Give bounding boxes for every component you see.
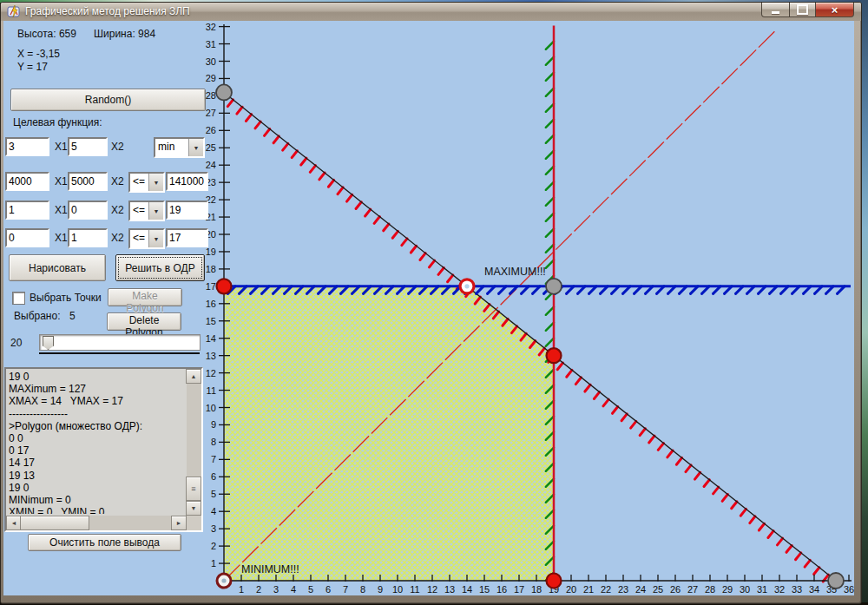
x-tick-label: 24 xyxy=(635,584,646,595)
dropdown-icon[interactable]: ▼ xyxy=(148,174,163,191)
objective-coef2-input[interactable] xyxy=(68,137,108,156)
x-tick-label: 12 xyxy=(427,584,437,595)
app-window: Графический метод решения ЗЛП × 12345678… xyxy=(0,2,862,604)
x-tick-label: 1 xyxy=(239,584,244,595)
x-tick-label: 13 xyxy=(444,584,455,595)
delete-polygon-button[interactable]: Delete Polygon xyxy=(107,312,181,331)
maximum-label: MAXIMUM!!! xyxy=(484,266,546,278)
select-points-checkbox[interactable] xyxy=(12,292,25,305)
constraint-op-select[interactable]: <=▼ xyxy=(128,172,165,193)
objective-coef1-input[interactable] xyxy=(5,137,49,156)
constraint-row: X1X2<=▼ xyxy=(5,201,207,220)
point-19-0[interactable] xyxy=(547,574,562,589)
selected-count: 5 xyxy=(69,310,76,322)
slider-thumb[interactable] xyxy=(43,336,54,350)
constraint-coef1-input[interactable] xyxy=(5,172,49,191)
scroll-down-icon[interactable]: ▼ xyxy=(186,501,201,516)
x-tick-label: 17 xyxy=(514,584,524,595)
cursor-x-label: X = -3,15 xyxy=(17,48,60,60)
y-tick-label: 28 xyxy=(206,90,216,101)
objective-mode-select[interactable]: min ▼ xyxy=(154,137,205,158)
x-tick-label: 14 xyxy=(462,584,472,595)
y-tick-label: 14 xyxy=(206,333,216,344)
scroll-up-icon[interactable]: ▲ xyxy=(186,369,201,384)
x-tick-label: 31 xyxy=(757,584,767,595)
x-tick-label: 20 xyxy=(566,584,576,595)
y-tick-label: 4 xyxy=(211,506,216,516)
constraint-op-select[interactable]: <=▼ xyxy=(128,201,165,221)
y-tick-label: 7 xyxy=(211,454,216,464)
dropdown-icon[interactable]: ▼ xyxy=(148,230,163,247)
y-tick-label: 26 xyxy=(206,125,216,135)
y-tick-label: 19 xyxy=(206,247,216,257)
x-tick-label: 4 xyxy=(291,584,296,595)
make-polygon-button[interactable]: Make Polygon xyxy=(108,288,182,306)
x2-label: X2 xyxy=(111,141,124,153)
constraint-coef2-input[interactable] xyxy=(68,172,108,191)
vertical-scroll-thumb[interactable]: ≡ xyxy=(186,477,201,501)
dropdown-icon[interactable]: ▼ xyxy=(148,202,163,220)
x-tick-label: 16 xyxy=(496,584,507,595)
constraint-op-value: <= xyxy=(133,232,145,244)
solve-in-region-button[interactable]: Решить в ОДР xyxy=(115,254,205,281)
y-tick-label: 16 xyxy=(206,299,216,309)
point-maximum-14-17-core xyxy=(464,284,469,288)
random-button[interactable]: Random() xyxy=(10,89,206,111)
window-title: Графический метод решения ЗЛП xyxy=(25,5,190,17)
constraint-rhs-input[interactable] xyxy=(166,228,208,247)
x-tick-label: 29 xyxy=(722,584,733,595)
feasible-region-hatch xyxy=(224,286,554,581)
x-tick-label: 30 xyxy=(740,584,750,595)
minimum-label: MINIMUM!!! xyxy=(241,563,299,575)
vertical-scrollbar[interactable]: ▲ ≡ ▼ xyxy=(187,369,201,516)
x-tick-label: 26 xyxy=(670,584,681,595)
draw-button[interactable]: Нарисовать xyxy=(9,254,106,281)
y-tick-label: 15 xyxy=(206,316,216,326)
slider-value-label: 20 xyxy=(10,337,22,349)
constraint-coef1-input[interactable] xyxy=(5,201,49,220)
output-log[interactable]: 19 0 MAXimum = 127 XMAX = 14 YMAX = 17 -… xyxy=(9,371,185,514)
x1-label: X1 xyxy=(55,204,68,216)
y-tick-label: 1 xyxy=(211,558,216,569)
y-tick-label: 32 xyxy=(206,22,216,32)
point-x-intercept-35[interactable] xyxy=(828,573,844,589)
y-tick-label: 29 xyxy=(206,73,216,83)
y-tick-label: 10 xyxy=(206,403,216,413)
x2-label: X2 xyxy=(111,175,124,187)
y-tick-label: 25 xyxy=(206,142,216,153)
x-tick-label: 27 xyxy=(687,584,698,595)
cursor-y-label: Y = 17 xyxy=(17,61,48,73)
y-tick-label: 27 xyxy=(206,108,216,118)
objective-mode-value: min xyxy=(158,141,174,153)
horizontal-scrollbar[interactable]: ◄ ► xyxy=(6,516,187,530)
maximize-button[interactable] xyxy=(790,3,815,17)
constraint-coef2-input[interactable] xyxy=(68,201,108,220)
constraint-row: X1X2<=▼ xyxy=(5,172,207,191)
title-bar[interactable]: Графический метод решения ЗЛП × xyxy=(1,3,861,21)
scroll-right-icon[interactable]: ► xyxy=(171,516,187,530)
y-tick-label: 11 xyxy=(207,385,216,396)
minimize-button[interactable] xyxy=(761,3,790,17)
close-button[interactable]: × xyxy=(815,3,854,17)
x-tick-label: 25 xyxy=(653,584,663,595)
constraints-list: X1X2<=▼X1X2<=▼X1X2<=▼ xyxy=(5,172,207,250)
zoom-slider[interactable] xyxy=(39,334,201,351)
point-y-intercept-28[interactable] xyxy=(216,84,232,100)
x-tick-label: 32 xyxy=(774,584,785,595)
constraint-op-select[interactable]: <=▼ xyxy=(128,228,165,249)
horizontal-scroll-thumb[interactable] xyxy=(20,516,89,530)
point-19-17[interactable] xyxy=(546,279,562,294)
scrollbar-corner xyxy=(187,516,201,530)
point-0-17[interactable] xyxy=(217,279,232,293)
constraint-coef2-input[interactable] xyxy=(68,228,108,247)
constraint-rhs-input[interactable] xyxy=(166,172,208,191)
clear-output-button[interactable]: Очистить поле вывода xyxy=(28,534,181,551)
objective-row: X1 X2 min ▼ xyxy=(5,137,207,156)
constraint-rhs-input[interactable] xyxy=(166,201,208,220)
x-tick-label: 22 xyxy=(601,584,611,595)
x-tick-label: 28 xyxy=(705,584,715,595)
constraint-coef1-input[interactable] xyxy=(5,228,49,247)
dropdown-icon[interactable]: ▼ xyxy=(188,139,203,156)
point-19-13[interactable] xyxy=(547,348,562,363)
constraint-op-value: <= xyxy=(133,175,145,187)
